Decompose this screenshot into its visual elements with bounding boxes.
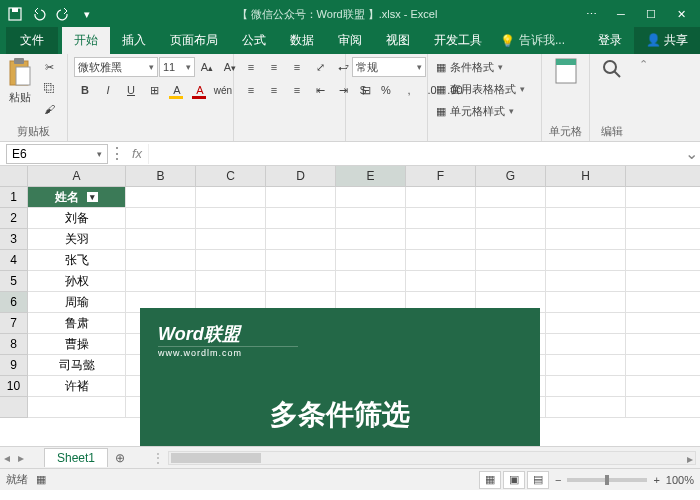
minimize-icon[interactable]: ─ — [606, 0, 636, 28]
font-color-icon[interactable]: A — [189, 80, 211, 100]
save-icon[interactable] — [4, 3, 26, 25]
row-header[interactable]: 10 — [0, 376, 28, 397]
cell[interactable]: 司马懿 — [28, 355, 126, 376]
font-size-select[interactable]: 11▾ — [159, 57, 195, 77]
row-header[interactable]: 2 — [0, 208, 28, 229]
copy-icon[interactable]: ⿻ — [38, 78, 60, 98]
orientation-icon[interactable]: ⤢ — [309, 57, 331, 77]
align-center-icon[interactable]: ≡ — [263, 80, 285, 100]
tab-review[interactable]: 审阅 — [326, 27, 374, 54]
cell-style-button[interactable]: ▦单元格样式▾ — [434, 101, 516, 121]
cells-icon[interactable] — [554, 57, 578, 85]
redo-icon[interactable] — [52, 3, 74, 25]
tab-dev[interactable]: 开发工具 — [422, 27, 494, 54]
tab-view[interactable]: 视图 — [374, 27, 422, 54]
row-header[interactable]: 1 — [0, 187, 28, 208]
format-painter-icon[interactable]: 🖌 — [38, 99, 60, 119]
col-header[interactable] — [626, 166, 700, 187]
cell[interactable]: 曹操 — [28, 334, 126, 355]
page-break-view-icon[interactable]: ▤ — [527, 471, 549, 489]
expand-namebox-icon[interactable]: ⋮ — [108, 142, 126, 165]
border-icon[interactable]: ⊞ — [143, 80, 165, 100]
table-format-button[interactable]: ▦套用表格格式▾ — [434, 79, 527, 99]
horizontal-scrollbar[interactable]: ◂▸ — [168, 451, 696, 465]
macro-record-icon[interactable]: ▦ — [36, 473, 46, 486]
col-header[interactable]: D — [266, 166, 336, 187]
zoom-slider[interactable] — [567, 478, 647, 482]
row-header[interactable]: 7 — [0, 313, 28, 334]
align-middle-icon[interactable]: ≡ — [263, 57, 285, 77]
paste-label[interactable]: 粘贴 — [9, 90, 31, 105]
qat-customize-icon[interactable]: ▾ — [76, 3, 98, 25]
cell[interactable]: 关羽 — [28, 229, 126, 250]
cut-icon[interactable]: ✂ — [38, 57, 60, 77]
tab-layout[interactable]: 页面布局 — [158, 27, 230, 54]
collapse-ribbon-icon[interactable]: ⌃ — [634, 54, 652, 141]
sheet-nav-prev-icon[interactable]: ◂ — [0, 451, 14, 465]
row-header[interactable]: 8 — [0, 334, 28, 355]
undo-icon[interactable] — [28, 3, 50, 25]
cell[interactable]: 张飞 — [28, 250, 126, 271]
share-button[interactable]: 👤 共享 — [634, 27, 700, 54]
italic-icon[interactable]: I — [97, 80, 119, 100]
increase-font-icon[interactable]: A▴ — [196, 57, 218, 77]
row-header[interactable]: 4 — [0, 250, 28, 271]
paste-icon[interactable] — [6, 57, 34, 89]
col-header[interactable]: B — [126, 166, 196, 187]
add-sheet-icon[interactable]: ⊕ — [108, 451, 132, 465]
cell[interactable]: 孙权 — [28, 271, 126, 292]
percent-icon[interactable]: % — [375, 80, 397, 100]
cell[interactable]: 鲁肃 — [28, 313, 126, 334]
sheet-nav-next-icon[interactable]: ▸ — [14, 451, 28, 465]
bold-icon[interactable]: B — [74, 80, 96, 100]
underline-icon[interactable]: U — [120, 80, 142, 100]
decrease-indent-icon[interactable]: ⇤ — [309, 80, 331, 100]
row-header[interactable] — [0, 397, 28, 418]
col-header[interactable]: H — [546, 166, 626, 187]
fx-icon[interactable]: fx — [126, 146, 148, 161]
row-header[interactable]: 3 — [0, 229, 28, 250]
tab-formula[interactable]: 公式 — [230, 27, 278, 54]
font-name-select[interactable]: 微软雅黑▾ — [74, 57, 158, 77]
phonetic-icon[interactable]: wén — [212, 80, 234, 100]
login-button[interactable]: 登录 — [586, 27, 634, 54]
window-controls-icon[interactable]: ⋯ — [576, 0, 606, 28]
select-all-corner[interactable] — [0, 166, 28, 187]
col-header[interactable]: G — [476, 166, 546, 187]
cell[interactable]: 刘备 — [28, 208, 126, 229]
sheet-tab[interactable]: Sheet1 — [44, 448, 108, 467]
formula-input[interactable] — [148, 144, 682, 164]
col-header[interactable]: F — [406, 166, 476, 187]
col-header[interactable]: A — [28, 166, 126, 187]
maximize-icon[interactable]: ☐ — [636, 0, 666, 28]
expand-formula-icon[interactable]: ⌄ — [682, 142, 700, 165]
conditional-format-button[interactable]: ▦条件格式▾ — [434, 57, 505, 77]
comma-icon[interactable]: , — [398, 80, 420, 100]
align-left-icon[interactable]: ≡ — [240, 80, 262, 100]
scroll-thumb[interactable] — [171, 453, 261, 463]
tab-home[interactable]: 开始 — [62, 27, 110, 54]
row-header[interactable]: 5 — [0, 271, 28, 292]
name-box[interactable]: E6▾ — [6, 144, 108, 164]
cell[interactable]: 姓名 ▾ — [28, 187, 126, 208]
align-right-icon[interactable]: ≡ — [286, 80, 308, 100]
align-top-icon[interactable]: ≡ — [240, 57, 262, 77]
zoom-out-icon[interactable]: − — [555, 474, 561, 486]
zoom-in-icon[interactable]: + — [653, 474, 659, 486]
close-icon[interactable]: ✕ — [666, 0, 696, 28]
normal-view-icon[interactable]: ▦ — [479, 471, 501, 489]
col-header[interactable]: C — [196, 166, 266, 187]
tab-insert[interactable]: 插入 — [110, 27, 158, 54]
tab-file[interactable]: 文件 — [6, 27, 58, 54]
fill-color-icon[interactable]: A — [166, 80, 188, 100]
number-format-select[interactable]: 常规▾ — [352, 57, 426, 77]
filter-icon[interactable]: ▾ — [87, 192, 98, 202]
find-icon[interactable] — [600, 57, 624, 85]
align-bottom-icon[interactable]: ≡ — [286, 57, 308, 77]
row-header[interactable]: 6 — [0, 292, 28, 313]
cell[interactable]: 周瑜 — [28, 292, 126, 313]
row-header[interactable]: 9 — [0, 355, 28, 376]
tell-me[interactable]: 💡告诉我... — [494, 27, 571, 54]
col-header[interactable]: E — [336, 166, 406, 187]
tab-data[interactable]: 数据 — [278, 27, 326, 54]
